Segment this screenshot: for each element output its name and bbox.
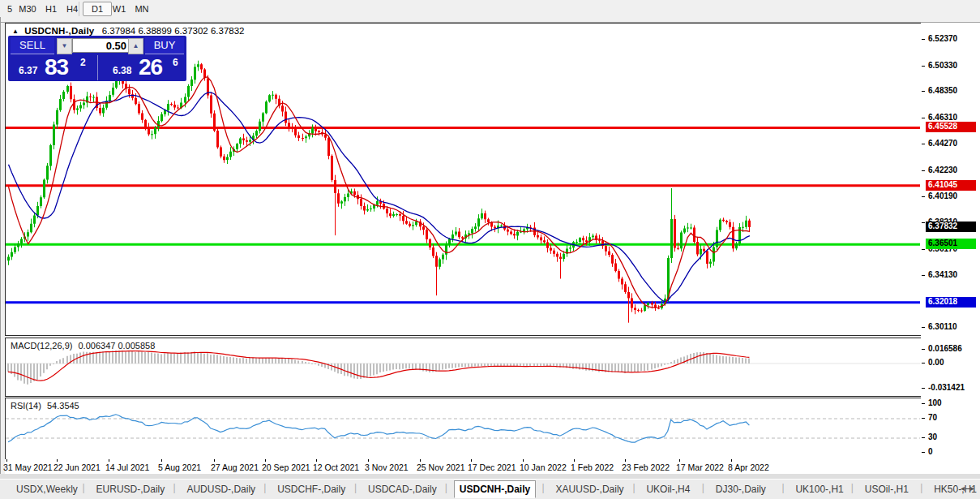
terminal-window: 5M30H1H4D1W1MN ▲ USDCNH-,Daily 6.37984 6…: [0, 0, 980, 499]
price-tick-dash: [922, 170, 925, 171]
price-axis[interactable]: 6.523706.503306.483506.463106.442706.422…: [921, 23, 980, 474]
bearish-candle-bodies: [70, 64, 751, 311]
tab-separator: |: [920, 482, 922, 493]
chart-tab-bar: USDX,Weekly|EURUSD-,Daily|AUDUSD-,Daily|…: [0, 479, 980, 499]
level-price-badge: 6.45528: [926, 122, 976, 132]
rsi-tick-label: 70: [928, 413, 937, 422]
time-tick-dash: [214, 459, 215, 462]
price-tick-dash: [922, 275, 925, 276]
time-tick-label: 3 Nov 2021: [365, 462, 409, 472]
price-tick-dash: [922, 222, 925, 223]
tab-audusd-daily[interactable]: AUDUSD-,Daily: [182, 482, 260, 497]
time-tick-label: 1 Feb 2022: [571, 462, 614, 472]
time-tick-dash: [679, 459, 680, 462]
chart-symbol-period: USDCNH-,Daily: [24, 26, 94, 36]
time-tick-label: 31 May 2021: [3, 462, 53, 472]
rsi-value: 54.3545: [47, 401, 79, 411]
tab-usdcad-daily[interactable]: USDCAD-,Daily: [363, 482, 442, 497]
time-tick-label: 23 Feb 2022: [622, 462, 670, 472]
price-tick-label: 6.48350: [928, 86, 957, 95]
tab-separator: |: [632, 482, 635, 493]
tab-eurusd-daily[interactable]: EURUSD-,Daily: [92, 482, 170, 497]
time-tick-label: 5 Aug 2021: [158, 462, 201, 472]
volume-up-button[interactable]: ▲: [128, 38, 143, 54]
time-tick-dash: [109, 459, 109, 462]
price-tick-dash: [922, 118, 925, 118]
macd-histogram-bars: [7, 351, 750, 385]
price-tick-label: 6.40190: [928, 191, 957, 200]
price-tick-dash: [922, 39, 925, 40]
tab-usdx-weekly[interactable]: USDX,Weekly: [11, 482, 83, 497]
tab-separator: |: [83, 482, 85, 493]
tab-uk100-h1[interactable]: UK100-,H1: [790, 482, 848, 497]
rsi-indicator-pane[interactable]: RSI(14) 54.3545: [5, 398, 922, 461]
level-price-badge: 6.41045: [926, 180, 976, 191]
time-tick-dash: [57, 459, 58, 462]
level-price-badge: 6.36501: [926, 239, 976, 249]
volume-input[interactable]: [72, 38, 131, 53]
timeframe-mn[interactable]: MN: [127, 2, 156, 16]
tab-usoil-h1[interactable]: USOil-,H1: [860, 482, 914, 497]
price-tick-label: 6.44270: [928, 139, 957, 148]
rsi-tick-label: 0: [928, 447, 933, 456]
sell-price-big: 83: [45, 54, 68, 80]
macd-label: MACD(12,26,9) 0.006347 0.005858: [11, 341, 155, 351]
slow-ma-line: [9, 92, 750, 302]
buy-price-small: 6.38: [113, 65, 131, 76]
time-tick-dash: [265, 459, 266, 462]
time-tick-dash: [420, 459, 421, 462]
time-tick-dash: [731, 459, 732, 462]
tab-separator: |: [263, 482, 266, 493]
macd-tick-dash: [922, 363, 925, 363]
time-tick-label: 25 Nov 2021: [417, 462, 465, 472]
trade-panel-top-row: SELL ▼ ▲ BUY: [9, 37, 186, 55]
volume-down-button[interactable]: ▼: [57, 38, 72, 54]
rsi-tick-dash: [922, 418, 925, 419]
sell-quote[interactable]: 6.37 83 2: [9, 55, 98, 80]
toolbar-separator: [79, 2, 79, 16]
sell-price-sup: 2: [80, 57, 86, 68]
tab-ukoil-h4[interactable]: UKOil-,H4: [641, 482, 695, 497]
price-tick-label: 6.42230: [928, 166, 957, 174]
tabs-scroll-right-icon[interactable]: ▸: [970, 484, 974, 493]
collapse-icon[interactable]: ▲: [12, 28, 19, 35]
time-tick-label: 8 Apr 2022: [728, 462, 769, 472]
time-tick-dash: [523, 459, 524, 462]
price-tick-label: 6.46310: [928, 113, 957, 122]
time-tick-dash: [161, 459, 162, 462]
sell-price-small: 6.37: [19, 65, 37, 76]
time-axis[interactable]: 31 May 202122 Jun 202114 Jul 20215 Aug 2…: [5, 459, 921, 474]
tab-separator: |: [851, 482, 854, 493]
tab-separator: |: [445, 482, 447, 493]
timeframe-h4[interactable]: H4: [59, 2, 85, 16]
buy-button[interactable]: BUY: [145, 37, 184, 54]
window-left-edge: [0, 17, 1, 479]
tab-dj30-daily[interactable]: DJ30-,Daily: [711, 482, 771, 497]
time-tick-dash: [574, 459, 575, 462]
tabs-scroll-left-icon[interactable]: ◂: [961, 484, 965, 493]
sell-button[interactable]: SELL: [11, 37, 54, 54]
buy-price-big: 26: [139, 54, 162, 80]
time-tick-dash: [6, 459, 7, 462]
macd-indicator-pane[interactable]: MACD(12,26,9) 0.006347 0.005858: [5, 338, 922, 397]
buy-quote[interactable]: 6.38 26 6: [98, 55, 186, 80]
time-tick-label: 22 Jun 2021: [53, 462, 101, 472]
time-tick-label: 12 Oct 2021: [313, 462, 359, 472]
rsi-canvas[interactable]: [6, 398, 920, 458]
tab-usdchf-daily[interactable]: USDCHF-,Daily: [272, 482, 350, 497]
price-tick-dash: [922, 327, 925, 328]
tab-separator: |: [781, 482, 784, 493]
tab-separator: |: [702, 482, 704, 493]
bullish-candle-bodies: [7, 64, 747, 311]
rsi-tick-dash: [922, 437, 925, 438]
price-chart-pane[interactable]: ▲ USDCNH-,Daily 6.37984 6.38899 6.37302 …: [5, 23, 922, 336]
tab-xauusd-daily[interactable]: XAUUSD-,Daily: [551, 482, 629, 497]
time-tick-label: 14 Jul 2021: [105, 462, 149, 472]
tab-usdcnh-daily[interactable]: USDCNH-,Daily: [454, 480, 536, 498]
rsi-tick-label: 100: [928, 398, 942, 407]
price-tick-label: 6.30110: [928, 322, 957, 331]
tab-separator: |: [173, 482, 175, 493]
rsi-label: RSI(14) 54.3545: [11, 401, 79, 411]
tab-separator: |: [542, 482, 545, 493]
time-tick-dash: [625, 459, 626, 462]
